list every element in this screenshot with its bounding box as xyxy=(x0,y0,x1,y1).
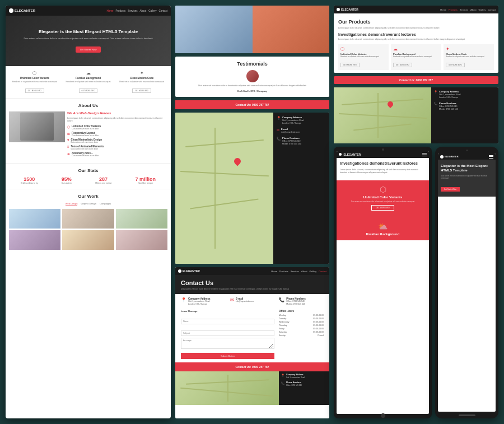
right-feature-btn-1[interactable]: GET MORE INFO xyxy=(340,63,360,67)
rnav-contact[interactable]: Contact xyxy=(488,8,496,11)
right-feature-text-1: Hendrerit in vulputate velit esse molest… xyxy=(340,56,386,58)
hours-day-3: Wednesday xyxy=(279,321,289,323)
submit-button[interactable]: Submit Button xyxy=(181,353,274,359)
nav-home[interactable]: Home xyxy=(106,10,113,12)
work-item-2 xyxy=(62,209,114,229)
work-tabs: Web Design Graphic Design Campaigns xyxy=(9,202,167,206)
cnav-contact[interactable]: Contact xyxy=(319,270,326,273)
testimonials-title: Testimonials xyxy=(181,61,324,67)
rnav-home[interactable]: Home xyxy=(440,8,446,11)
hamburger-icon[interactable] xyxy=(422,153,427,156)
contact-hero: Contact Us Duis autem vel eum iriure dol… xyxy=(175,275,329,294)
about-feature-text-3: Clean Minimalistic Design Duis autem vel… xyxy=(71,138,102,143)
phone-brand: ELEGANTER xyxy=(445,155,459,158)
cnav-home[interactable]: Home xyxy=(271,270,277,273)
cnav-about[interactable]: About xyxy=(301,270,307,273)
right-feature-btn-3[interactable]: GET MORE INFO xyxy=(446,63,465,67)
contact-bottom-map-info: 📍 Company Address Unit 1, somewhere Road… xyxy=(279,371,329,405)
about-feature-5: ⊕ And many more... Duis autem vel eum ir… xyxy=(67,152,167,157)
rmap-addr-icon: 📍 xyxy=(434,90,437,99)
contact-address-col: 📍 Company Address Unit 1, somewhere Road… xyxy=(181,297,226,306)
phone-hero-title: Eleganter is the Most Elegant HTML5 Temp… xyxy=(441,164,493,173)
tablet-nav: ELEGANTER xyxy=(337,151,429,158)
hours-time-7: Closed xyxy=(318,334,324,337)
investigationes-title: Investigationes demonstraverunt lectores xyxy=(338,32,494,36)
name-input[interactable] xyxy=(181,319,274,324)
feature-btn-3[interactable]: GET MORE INFO xyxy=(132,88,151,93)
contact-address-line2: London / UK / Europe xyxy=(188,303,211,306)
rnav-services[interactable]: Services xyxy=(460,8,468,11)
address-title-mid: Company Address xyxy=(282,116,304,119)
feature-btn-1[interactable]: GET MORE INFO xyxy=(25,88,44,93)
about-content: We Are Web Design Heroes Lorem ipsum dol… xyxy=(9,111,167,159)
hours-time-2: 09:00-06:00 xyxy=(313,318,324,320)
contact-email-icon: ✉ xyxy=(230,297,234,302)
hero-button[interactable]: Get Started Now xyxy=(76,46,101,53)
contact-page-mockup: ELEGANTER Home Products Services About G… xyxy=(175,267,329,418)
about-feature-icon-1: ⬡ xyxy=(67,125,70,129)
about-feature-icon-4: ≡ xyxy=(67,145,69,148)
about-title: About Us xyxy=(9,103,167,108)
tablet-text: Lorem ipsum dolor sit amet, consectetuer… xyxy=(340,169,426,175)
right-feature-text-3: Hendrerit in vulputate velit esse molest… xyxy=(446,56,492,58)
phone-nav: ELEGANTER xyxy=(438,153,496,160)
right-feature-btn-2[interactable]: GET MORE INFO xyxy=(393,63,412,67)
brand-name-left: ELEGANTER xyxy=(15,9,35,12)
about-feature-desc-2: Duis autem vel eum iriure dolor xyxy=(72,134,99,137)
rnav-about[interactable]: About xyxy=(470,8,476,11)
nav-links-left: Home Products Services About Gallery Con… xyxy=(106,10,167,12)
phone-detail-2: Phone Numbers Office: 0780 545 540 xyxy=(286,381,302,386)
nav-gallery[interactable]: Gallery xyxy=(148,10,156,12)
contact-phone-col: 📞 Phone Numbers Office: 0780 545 540 Mob… xyxy=(279,297,324,306)
tab-campaigns[interactable]: Campaigns xyxy=(100,202,111,206)
tablet-home-button[interactable] xyxy=(381,413,385,418)
nav-about[interactable]: About xyxy=(139,10,146,12)
phone-cta-button[interactable]: Get Started Now xyxy=(441,187,460,192)
hours-day-2: Tuesday xyxy=(279,318,286,320)
stat-4: 7 million Nam liber tempor xyxy=(135,176,156,184)
rmap-phone-line2: Mobile: 0780 545 540 xyxy=(439,108,458,111)
tab-graphic-design[interactable]: Graphic Design xyxy=(81,202,96,206)
cnav-services[interactable]: Services xyxy=(291,270,299,273)
phone-text-mid: Phone Numbers Office: 0780 545 540 Mobil… xyxy=(282,137,301,146)
right-map-section: 📍 Company Address Unit 1, somewhere Road… xyxy=(334,87,498,143)
hours-time-6: 09:00-06:00 xyxy=(313,331,324,333)
tablet-content: Investigationes demonstraverunt lectores… xyxy=(337,158,429,180)
stat-2: 95% Duis autem xyxy=(62,176,72,184)
feature-title-2: Parallax Background xyxy=(63,77,114,80)
tab-web-design[interactable]: Web Design xyxy=(66,202,78,206)
nav-contact[interactable]: Contact xyxy=(158,10,167,12)
about-feature-1: ⬡ Unlimited Color Variants Duis autem ve… xyxy=(67,125,167,130)
about-feature-desc-5: Duis autem vel eum iriure dolor xyxy=(72,155,99,157)
rmap-addr-title: Company Address xyxy=(439,90,461,93)
message-textarea[interactable] xyxy=(181,338,274,349)
hamburger-line-3 xyxy=(422,156,427,156)
rnav-products[interactable]: Products xyxy=(449,8,458,11)
email-line-mid: info@mywebsite.com xyxy=(281,131,300,134)
nav-products[interactable]: Products xyxy=(115,10,125,12)
hero-content: Eleganter is the Most Elegant HTML5 Temp… xyxy=(24,29,152,53)
tablet-red-btn[interactable]: GET MORE INFO xyxy=(371,205,395,211)
cnav-products[interactable]: Products xyxy=(279,270,288,273)
nav-services[interactable]: Services xyxy=(128,10,137,12)
feature-icon-3: ✦ xyxy=(116,71,167,76)
right-map-info: 📍 Company Address Unit 1, somewhere Road… xyxy=(431,87,498,143)
cnav-gallery[interactable]: Gallery xyxy=(310,270,317,273)
contact-bar-mid: Contact Us: 0800 787 787 xyxy=(175,100,329,109)
right-feature-title-1: Unlimited Color Variants xyxy=(340,53,386,55)
feature-btn-2[interactable]: GET MORE INFO xyxy=(79,88,98,93)
subject-input[interactable] xyxy=(181,330,274,336)
about-text: Lorem ipsum dolor sit amet, consectetuer… xyxy=(67,117,167,123)
rnav-gallery[interactable]: Gallery xyxy=(479,8,486,11)
phone-hamburger-icon[interactable] xyxy=(489,155,493,159)
devices-row: ELEGANTER Investigationes demonstraverun… xyxy=(334,147,498,418)
stat-1: 1500 Endless ideas to try xyxy=(21,176,38,184)
work-item-6 xyxy=(116,230,167,250)
right-feature-title-2: Parallax Background xyxy=(393,53,439,55)
phone-icon-mid: 📞 xyxy=(277,137,281,146)
contact-email-detail: E-mail info@mywebsite.com xyxy=(236,297,254,303)
phone-title-2: Phone Numbers xyxy=(286,381,302,384)
testimonial-text: Duis autem vel eum iriure dolor in hendr… xyxy=(181,85,324,87)
work-grid xyxy=(9,209,167,250)
hours-fri: Friday 09:00-06:00 xyxy=(279,328,324,330)
